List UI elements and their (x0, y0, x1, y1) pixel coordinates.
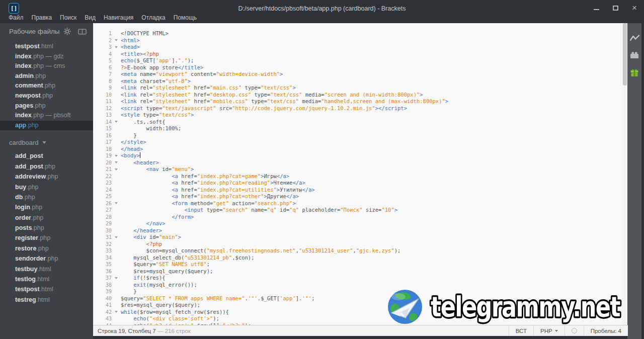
project-file-item[interactable]: buy.php (0, 182, 93, 192)
fold-arrow-icon[interactable] (115, 202, 118, 204)
code-line[interactable]: 3<head> (93, 44, 622, 51)
maximize-button[interactable] (612, 5, 619, 12)
working-file-item[interactable]: pages.php (0, 101, 93, 111)
code-line[interactable]: 24 <a href="index.php?cat=utilities">Ути… (93, 187, 622, 194)
code-line[interactable]: 1<!DOCTYPE HTML> (93, 30, 622, 37)
menu-item-6[interactable]: Отладка (137, 13, 169, 23)
code-line[interactable]: 21 <nav id="menu"> (93, 166, 622, 173)
fold-arrow-icon[interactable] (115, 277, 118, 279)
code-line[interactable]: 43 echo("<div class='soft'>"); (93, 315, 622, 322)
working-file-item[interactable]: testpost.html (0, 42, 93, 52)
code-line[interactable]: 10<link rel="stylesheet" href="desktop.c… (93, 92, 622, 99)
menu-item-7[interactable]: Помощь (170, 13, 201, 23)
working-file-item[interactable]: index.php — pbsoft (0, 111, 93, 121)
project-file-item[interactable]: add_post.php (0, 161, 93, 172)
code-line[interactable]: 30 </header> (93, 227, 622, 234)
menu-item-3[interactable]: Поиск (56, 13, 80, 23)
code-line[interactable]: 22 <a href="index.php?cat=game">Игры</a> (93, 173, 622, 180)
code-line[interactable]: 5echo($_GET['app']."."); (93, 57, 622, 64)
fold-arrow-icon[interactable] (115, 311, 118, 313)
project-file-item[interactable]: testbuy.html (0, 264, 93, 274)
code-line[interactable]: 12<script type="text/javascript" src="ht… (93, 105, 622, 112)
gear-icon[interactable] (62, 27, 72, 36)
fold-arrow-icon[interactable] (115, 168, 118, 171)
lint-status[interactable] (565, 325, 584, 336)
code-line[interactable]: 26 <form method="get" action="search.php… (93, 200, 622, 207)
code-line[interactable]: 9<link rel="stylesheet" href="main.css" … (93, 84, 622, 92)
fold-arrow-icon[interactable] (115, 236, 118, 238)
working-file-item[interactable]: admin.php (0, 71, 93, 81)
split-view-icon[interactable] (77, 27, 87, 36)
code-line[interactable]: 39 } (93, 288, 622, 295)
menu-item-1[interactable]: Файл (5, 13, 28, 23)
code-line[interactable]: 2<html> (93, 37, 622, 44)
code-line[interactable]: 37 if(!$res){ (93, 275, 622, 282)
code-line[interactable]: 41$res=mysql_query($query); (93, 302, 622, 309)
indent-settings[interactable]: Пробелы: 4 (584, 325, 628, 336)
project-file-item[interactable]: testreg.html (0, 295, 93, 305)
code-line[interactable]: 28 </form> (93, 214, 622, 221)
fold-arrow-icon[interactable] (115, 161, 118, 163)
fold-arrow-icon[interactable] (115, 155, 118, 157)
project-header[interactable]: cardboard (0, 136, 93, 149)
project-file-item[interactable]: addreview.php (0, 172, 93, 182)
code-editor[interactable]: 1<!DOCTYPE HTML>2<html>3<head>4<title><?… (93, 23, 622, 325)
project-file-item[interactable]: db.php (0, 192, 93, 202)
scrollbar-thumb[interactable] (623, 23, 627, 86)
project-file-item[interactable]: register.php (0, 233, 93, 243)
working-file-item[interactable]: app.php (0, 121, 93, 131)
code-line[interactable]: 20 <header> (93, 159, 622, 166)
working-file-item[interactable]: comment.php (0, 81, 93, 91)
gift-icon[interactable] (630, 67, 639, 77)
code-line[interactable]: 15 width:100%; (93, 125, 622, 132)
code-line[interactable]: 40$query="SELECT * FROM apps WHERE name=… (93, 295, 622, 302)
close-button[interactable]: × (631, 5, 638, 12)
code-line[interactable]: 19<body> (93, 152, 622, 159)
insert-mode-toggle[interactable]: ВСТ (509, 325, 533, 336)
code-line[interactable]: 25 <a href="index.php?cat=other">Другие<… (93, 193, 622, 200)
working-file-item[interactable]: newpost.php (0, 91, 93, 101)
fold-arrow-icon[interactable] (115, 46, 118, 48)
code-line[interactable]: 38 exit(mysql_error()); (93, 282, 622, 289)
project-file-item[interactable]: testlog.html (0, 274, 93, 284)
code-line[interactable]: 42while($row=mysql_fetch_row($res)){ (93, 309, 622, 316)
menu-item-2[interactable]: Правка (28, 13, 56, 23)
extension-manager-icon[interactable] (630, 50, 639, 60)
project-file-item[interactable]: posts.php (0, 223, 93, 233)
menu-item-5[interactable]: Навигация (100, 13, 137, 23)
project-file-item[interactable]: order.php (0, 213, 93, 223)
working-file-item[interactable]: index.php — gdz (0, 52, 93, 62)
code-line[interactable]: 7<meta name="viewport" content="width=de… (93, 71, 622, 78)
code-line[interactable]: 8<meta charset="utf-8"> (93, 78, 622, 85)
fold-arrow-icon[interactable] (115, 39, 118, 41)
code-line[interactable]: 27 <input type="search" name="q" id="q" … (93, 207, 622, 214)
project-file-item[interactable]: testpost.html (0, 284, 93, 294)
code-line[interactable]: 14 .ts,.soft{ (93, 119, 622, 126)
fold-arrow-icon[interactable] (115, 121, 118, 123)
menu-item-4[interactable]: Вид (80, 13, 100, 23)
live-preview-icon[interactable] (630, 33, 639, 43)
code-line[interactable]: 23 <a href="index.php?cat=reading">Чтени… (93, 180, 622, 187)
code-line[interactable]: 34 mysql_select_db("u531301214_pb",$con)… (93, 255, 622, 262)
project-file-item[interactable]: add_post (0, 151, 93, 161)
code-line[interactable]: 16 } (93, 132, 622, 139)
code-line[interactable]: 11<link rel="stylesheet" href="mobile.cs… (93, 98, 622, 105)
project-file-item[interactable]: restore.php (0, 243, 93, 253)
project-file-item[interactable]: sendorder.php (0, 253, 93, 264)
code-line[interactable]: 35 $query="SET NAMES utf8"; (93, 261, 622, 268)
code-line[interactable]: 36 $res=mysql_query($query); (93, 268, 622, 275)
code-line[interactable]: 6?>E-book app store</title> (93, 64, 622, 71)
code-line[interactable]: 32 <?php (93, 241, 622, 248)
minimize-button[interactable] (593, 5, 600, 12)
code-line[interactable]: 13<style type="text/css"> (93, 112, 622, 119)
project-file-item[interactable]: login.php (0, 202, 93, 212)
code-line[interactable]: 33 $con=mysql_connect("mysql.freehosting… (93, 247, 622, 255)
code-line[interactable]: 31 <div id="main"> (93, 234, 622, 241)
code-line[interactable]: 18</head> (93, 146, 622, 153)
working-file-item[interactable]: index.php — cms (0, 61, 93, 71)
language-selector[interactable]: PHP (533, 325, 565, 336)
line-gutter: 12 (93, 105, 121, 112)
code-line[interactable]: 17</style> (93, 139, 622, 146)
code-line[interactable]: 29 </nav> (93, 220, 622, 227)
code-line[interactable]: 4<title><?php (93, 51, 622, 58)
